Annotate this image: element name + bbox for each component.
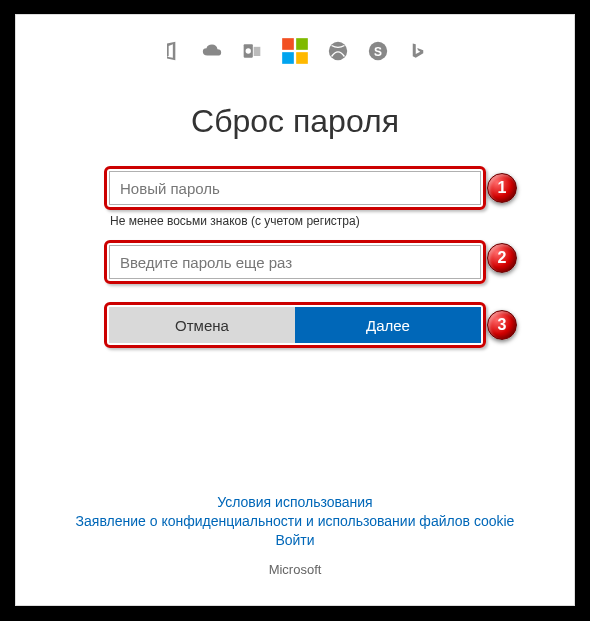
new-password-input[interactable] [109,171,481,205]
annotation-marker-2: 2 [487,243,517,273]
office-icon [161,40,183,62]
product-icon-row: S [16,15,574,75]
terms-link[interactable]: Условия использования [16,494,574,510]
next-button[interactable]: Далее [295,307,481,343]
microsoft-icon [281,37,309,65]
signin-link[interactable]: Войти [16,532,574,548]
footer-links: Условия использования Заявление о конфид… [16,491,574,577]
privacy-link[interactable]: Заявление о конфиденциальности и использ… [16,513,574,529]
reset-password-page: S Сброс пароля 1 Не менее восьми знаков … [15,14,575,606]
confirm-password-highlight: 2 [104,240,486,284]
password-hint: Не менее восьми знаков (с учетом регистр… [110,214,486,228]
svg-rect-4 [282,52,294,64]
cancel-button[interactable]: Отмена [109,307,295,343]
svg-text:S: S [374,45,382,59]
onedrive-icon [201,40,223,62]
skype-icon: S [367,40,389,62]
page-title: Сброс пароля [16,103,574,140]
svg-point-6 [329,42,347,60]
annotation-marker-1: 1 [487,173,517,203]
svg-rect-3 [296,38,308,50]
xbox-icon [327,40,349,62]
svg-point-1 [246,48,251,53]
svg-rect-5 [296,52,308,64]
svg-rect-2 [282,38,294,50]
button-row-highlight: Отмена Далее 3 [104,302,486,348]
button-row: Отмена Далее [109,307,481,343]
annotation-marker-3: 3 [487,310,517,340]
bing-icon [407,40,429,62]
confirm-password-input[interactable] [109,245,481,279]
outlook-icon [241,40,263,62]
brand-label: Microsoft [16,562,574,577]
reset-form: 1 Не менее восьми знаков (с учетом регис… [104,166,486,348]
new-password-highlight: 1 [104,166,486,210]
